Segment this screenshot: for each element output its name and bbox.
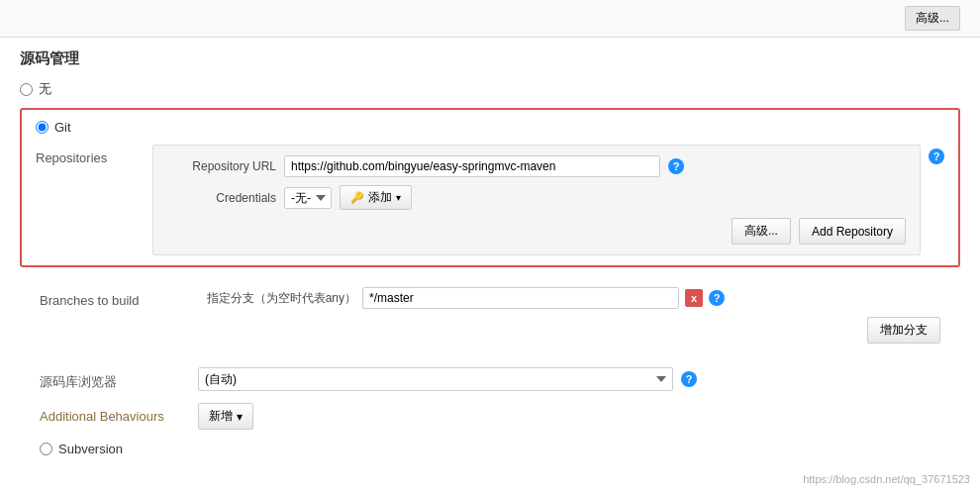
browser-section: 源码库浏览器 (自动) ? <box>20 361 960 397</box>
repo-url-row: Repository URL ? <box>167 155 906 177</box>
branch-input-row: 指定分支（为空时代表any） x ? <box>198 287 940 309</box>
top-advanced-button[interactable]: 高级... <box>905 6 960 31</box>
credentials-select[interactable]: -无- <box>284 187 332 209</box>
branches-section: Branches to build 指定分支（为空时代表any） x ? 增加分… <box>20 281 960 349</box>
watermark: https://blog.csdn.net/qq_37671523 <box>803 473 970 485</box>
git-block: Git Repositories Repository URL ? Creden… <box>20 108 960 267</box>
repos-content: Repository URL ? Credentials -无- 🔑 <box>152 145 921 255</box>
none-radio-row: 无 <box>20 78 960 100</box>
source-section: 源码管理 无 Git Repositories Repository URL <box>0 38 980 474</box>
branch-help-icon[interactable]: ? <box>709 290 725 306</box>
branch-input-label: 指定分支（为空时代表any） <box>198 290 356 307</box>
scm-svn-radio[interactable] <box>40 443 52 455</box>
git-label-row: Git <box>36 120 944 135</box>
browser-select[interactable]: (自动) <box>198 367 673 391</box>
behaviours-chevron-icon: ▾ <box>237 410 243 424</box>
behaviours-add-label: 新增 <box>209 408 233 425</box>
scm-none-label: 无 <box>39 80 51 98</box>
repo-url-input[interactable] <box>284 155 660 177</box>
repos-help-icon[interactable]: ? <box>929 148 944 164</box>
credentials-controls: -无- 🔑 添加 ▾ <box>284 185 412 210</box>
credentials-add-button[interactable]: 🔑 添加 ▾ <box>340 185 412 210</box>
scm-git-label: Git <box>54 120 71 135</box>
branches-label: Branches to build <box>40 287 198 308</box>
top-bar: 高级... <box>0 0 980 38</box>
repo-url-help-icon[interactable]: ? <box>668 158 684 174</box>
credentials-label: Credentials <box>167 191 276 205</box>
credentials-add-label: 添加 <box>368 189 392 206</box>
browser-help-icon[interactable]: ? <box>681 371 697 387</box>
section-title: 源码管理 <box>20 50 960 68</box>
credentials-chevron-icon: ▾ <box>396 192 401 203</box>
page-wrapper: 高级... 源码管理 无 Git Repositories Repository… <box>0 0 980 495</box>
credentials-row: Credentials -无- 🔑 添加 ▾ <box>167 185 906 210</box>
subversion-row: Subversion <box>20 436 960 462</box>
branch-input[interactable] <box>362 287 679 309</box>
repo-buttons-row: 高级... Add Repository <box>167 218 906 245</box>
repos-row-wrapper: Repositories Repository URL ? Credential… <box>36 145 944 255</box>
behaviours-label: Additional Behaviours <box>40 403 198 424</box>
delete-icon: x <box>691 292 697 304</box>
key-icon: 🔑 <box>350 191 364 204</box>
add-branch-button[interactable]: 增加分支 <box>867 317 940 344</box>
repo-advanced-button[interactable]: 高级... <box>732 218 791 245</box>
repo-url-label: Repository URL <box>167 159 276 173</box>
add-branch-row: 增加分支 <box>198 317 940 344</box>
branch-delete-button[interactable]: x <box>685 289 703 307</box>
add-repository-button[interactable]: Add Repository <box>799 218 906 245</box>
browser-label: 源码库浏览器 <box>40 367 198 391</box>
repos-label: Repositories <box>36 145 145 165</box>
scm-none-radio[interactable] <box>20 83 33 96</box>
behaviours-add-button[interactable]: 新增 ▾ <box>198 403 253 430</box>
scm-git-radio[interactable] <box>36 121 49 134</box>
behaviours-section: Additional Behaviours 新增 ▾ <box>20 397 960 436</box>
scm-svn-label: Subversion <box>58 442 123 456</box>
branches-content: 指定分支（为空时代表any） x ? 增加分支 <box>198 287 940 344</box>
